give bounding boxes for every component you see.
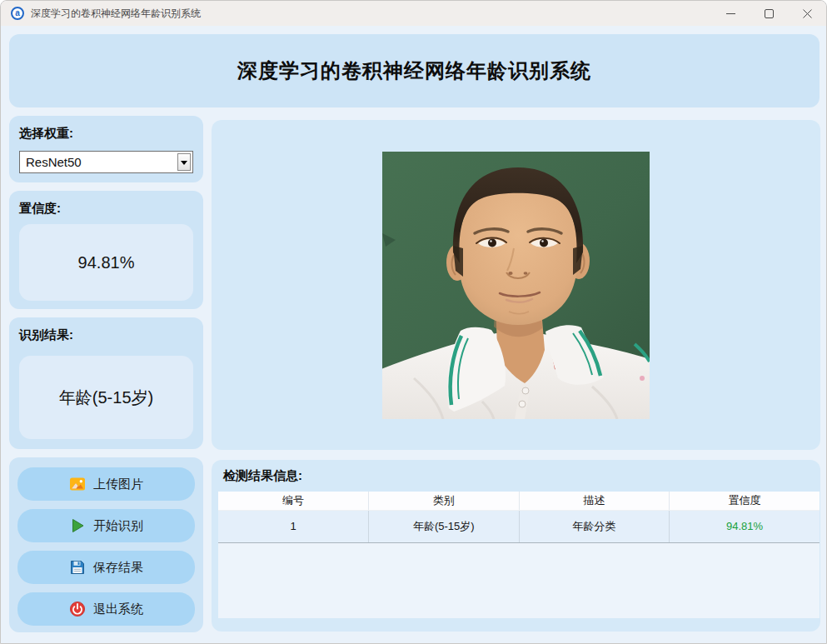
results-table: 编号 类别 描述 置信度 1 年龄(5-15岁) 年龄分类 94.81% — [218, 492, 820, 543]
weight-label: 选择权重: — [9, 116, 203, 142]
maximize-button[interactable] — [750, 1, 788, 26]
upload-image-label: 上传图片 — [93, 477, 143, 492]
save-results-label: 保存结果 — [93, 560, 143, 576]
play-icon — [69, 517, 86, 534]
results-panel: 检测结果信息: 编号 类别 描述 置信度 1 年龄(5- — [212, 460, 820, 632]
minimize-icon — [726, 9, 735, 18]
results-title: 检测结果信息: — [212, 460, 820, 484]
col-header-description: 描述 — [519, 492, 670, 510]
cell-category[interactable]: 年龄(5-15岁) — [369, 510, 520, 542]
portrait-photo — [382, 152, 650, 419]
close-button[interactable] — [788, 1, 826, 26]
window-title: 深度学习的卷积神经网络年龄识别系统 — [31, 7, 201, 21]
upload-image-button[interactable]: 上传图片 — [17, 467, 195, 501]
confidence-label: 置信度: — [9, 191, 203, 217]
table-row[interactable]: 1 年龄(5-15岁) 年龄分类 94.81% — [218, 510, 820, 542]
window-controls — [711, 1, 826, 26]
weight-panel: 选择权重: ResNet50 — [9, 116, 203, 182]
exit-system-label: 退出系统 — [93, 602, 143, 617]
confidence-panel: 置信度: 94.81% — [9, 191, 203, 309]
app-window: a 深度学习的卷积神经网络年龄识别系统 深度学习的卷积神经网络年龄识别系统 选择… — [0, 0, 827, 644]
chevron-down-icon — [181, 161, 187, 168]
sidebar: 选择权重: ResNet50 置信度: 94.81% 识别结果: 年龄(5-15… — [9, 116, 203, 641]
result-label: 识别结果: — [9, 317, 203, 343]
result-value: 年龄(5-15岁) — [59, 387, 153, 409]
save-icon — [69, 559, 86, 576]
weight-select-value: ResNet50 — [26, 155, 82, 169]
maximize-icon — [765, 9, 774, 18]
col-header-category: 类别 — [369, 492, 520, 510]
confidence-value-box: 94.81% — [19, 224, 193, 301]
col-header-id: 编号 — [218, 492, 369, 510]
save-results-button[interactable]: 保存结果 — [17, 551, 195, 584]
cell-description[interactable]: 年龄分类 — [519, 510, 670, 542]
close-icon — [803, 9, 812, 18]
table-header-row: 编号 类别 描述 置信度 — [218, 492, 820, 510]
image-icon — [69, 476, 86, 492]
photo-panel — [212, 120, 820, 450]
result-panel: 识别结果: 年龄(5-15岁) — [9, 317, 203, 449]
cell-id[interactable]: 1 — [218, 510, 369, 542]
start-recognition-button[interactable]: 开始识别 — [17, 509, 195, 542]
confidence-value: 94.81% — [78, 253, 135, 272]
results-table-widget: 编号 类别 描述 置信度 1 年龄(5-15岁) 年龄分类 94.81% — [218, 492, 820, 618]
weight-select[interactable]: ResNet50 — [19, 151, 193, 173]
minimize-button[interactable] — [711, 1, 750, 26]
app-icon: a — [11, 7, 24, 20]
page-title: 深度学习的卷积神经网络年龄识别系统 — [237, 57, 591, 84]
dropdown-button[interactable] — [177, 153, 191, 171]
power-icon — [69, 601, 86, 617]
header-panel: 深度学习的卷积神经网络年龄识别系统 — [9, 34, 820, 107]
main-area: 检测结果信息: 编号 类别 描述 置信度 1 年龄(5- — [212, 120, 820, 632]
col-header-confidence: 置信度 — [670, 492, 820, 510]
start-recognition-label: 开始识别 — [93, 518, 143, 534]
result-value-box: 年龄(5-15岁) — [19, 356, 193, 439]
exit-system-button[interactable]: 退出系统 — [17, 592, 195, 626]
titlebar: a 深度学习的卷积神经网络年龄识别系统 — [1, 1, 826, 26]
actions-panel: 上传图片 开始识别 — [9, 457, 203, 632]
cell-confidence[interactable]: 94.81% — [670, 510, 820, 542]
titlebar-left: a 深度学习的卷积神经网络年龄识别系统 — [1, 7, 201, 21]
